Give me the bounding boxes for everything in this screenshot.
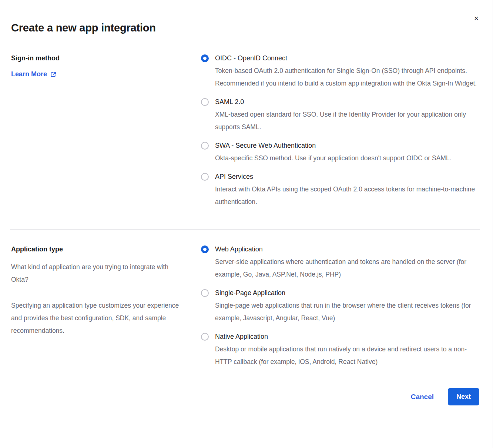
radio-option-saml[interactable]: SAML 2.0 XML-based open standard for SSO…	[201, 96, 480, 133]
close-icon[interactable]: ×	[471, 13, 482, 24]
radio-unselected-icon[interactable]	[201, 289, 209, 297]
external-link-icon	[50, 71, 56, 77]
application-type-section: Application type What kind of applicatio…	[0, 243, 493, 368]
dialog-footer: Cancel Next	[0, 388, 493, 405]
radio-option-api-services[interactable]: API Services Interact with Okta APIs usi…	[201, 170, 480, 208]
option-description: Token-based OAuth 2.0 authentication for…	[215, 64, 480, 90]
option-label: SWA - Secure Web Authentication	[215, 139, 451, 152]
radio-unselected-icon[interactable]	[201, 98, 209, 106]
sign-in-method-section: Sign-in method Learn More OIDC - OpenID …	[0, 52, 493, 208]
option-description: Desktop or mobile applications that run …	[215, 343, 480, 368]
radio-option-native-application[interactable]: Native Application Desktop or mobile app…	[201, 330, 480, 368]
option-description: XML-based open standard for SSO. Use if …	[215, 108, 480, 133]
radio-option-swa[interactable]: SWA - Secure Web Authentication Okta-spe…	[201, 139, 480, 164]
application-type-heading: Application type	[11, 243, 186, 255]
radio-selected-icon[interactable]	[201, 245, 209, 253]
option-description: Interact with Okta APIs using the scoped…	[215, 183, 480, 208]
option-description: Okta-specific SSO method. Use if your ap…	[215, 152, 451, 164]
radio-option-oidc[interactable]: OIDC - OpenID Connect Token-based OAuth …	[201, 52, 480, 90]
application-type-detail: Specifying an application type customize…	[11, 299, 186, 337]
page-title: Create a new app integration	[0, 0, 493, 35]
option-label: API Services	[215, 170, 480, 183]
learn-more-link[interactable]: Learn More	[11, 70, 56, 78]
option-label: Single-Page Application	[215, 287, 480, 299]
application-type-intro: What kind of application are you trying …	[11, 261, 186, 286]
radio-option-web-application[interactable]: Web Application Server-side applications…	[201, 243, 480, 281]
section-divider	[10, 229, 480, 230]
radio-unselected-icon[interactable]	[201, 142, 209, 150]
option-label: SAML 2.0	[215, 96, 480, 108]
radio-selected-icon[interactable]	[201, 54, 209, 62]
option-label: OIDC - OpenID Connect	[215, 52, 480, 64]
next-button[interactable]: Next	[448, 388, 479, 405]
create-app-integration-dialog: × Create a new app integration Sign-in m…	[0, 0, 493, 448]
radio-unselected-icon[interactable]	[201, 173, 209, 181]
learn-more-label: Learn More	[11, 70, 47, 78]
sign-in-method-heading: Sign-in method	[11, 52, 186, 64]
option-description: Single-page web applications that run in…	[215, 299, 480, 324]
option-label: Native Application	[215, 330, 480, 343]
option-description: Server-side applications where authentic…	[215, 255, 480, 281]
radio-option-single-page-application[interactable]: Single-Page Application Single-page web …	[201, 287, 480, 324]
radio-unselected-icon[interactable]	[201, 333, 209, 341]
cancel-button[interactable]: Cancel	[411, 393, 434, 401]
option-label: Web Application	[215, 243, 480, 255]
